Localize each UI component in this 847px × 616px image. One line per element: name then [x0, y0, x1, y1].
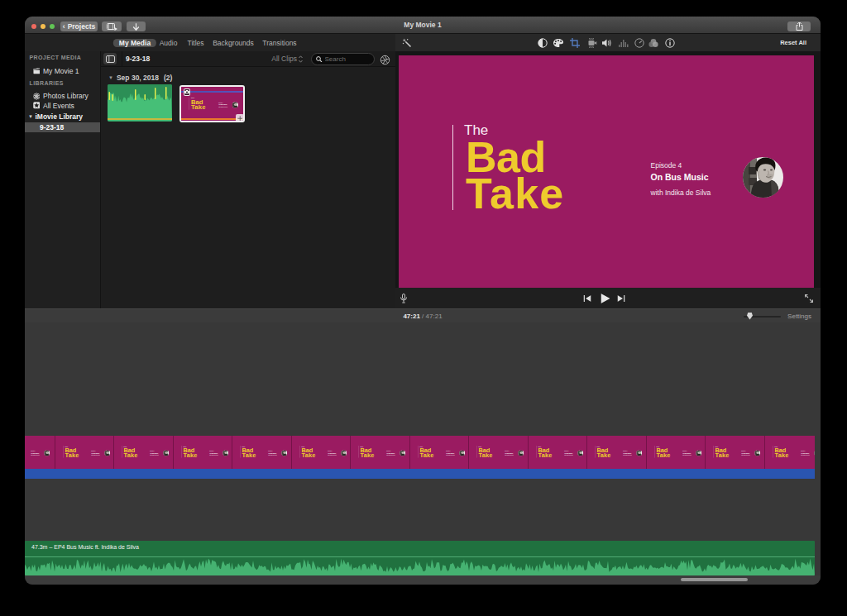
tab-my-media[interactable]: My Media: [113, 39, 156, 47]
previous-frame-button[interactable]: [584, 295, 591, 302]
timeline-music-clip[interactable]: 47.3m – EP4 Bus Music ft. Indika de Silv…: [25, 541, 815, 575]
clip-filter-dropdown[interactable]: All Clips: [271, 51, 303, 67]
sidebar-toggle-button[interactable]: [103, 53, 117, 64]
timeline-area[interactable]: The BadTake Episode 4 On Bus Music with …: [25, 322, 821, 575]
browser-toolbar: 9-23-18 All Clips: [101, 51, 396, 67]
slide-byline: with Indika de Silva: [682, 455, 691, 456]
timecode-current: 47:21: [403, 313, 419, 320]
slide-title: BadTake: [715, 447, 730, 458]
title-slide: The BadTake Episode 4 On Bus Music with …: [399, 55, 814, 288]
disclosure-triangle-icon[interactable]: ▼: [28, 114, 33, 119]
title-slide: The BadTake Episode 4 On Bus Music with …: [410, 436, 469, 469]
slide-title: BadTake: [774, 447, 788, 458]
music-waveform: [25, 541, 815, 575]
slide-title: BadTake: [65, 447, 79, 458]
crop-button-active[interactable]: [570, 38, 580, 48]
color-correction-button[interactable]: [553, 38, 564, 47]
video-clip-filmstrip: The BadTake Episode 4 On Bus Music with …: [25, 436, 815, 469]
clapperboard-glyph: [33, 68, 41, 74]
timecode-display: 47:21 / 47:21: [25, 309, 821, 323]
viewer-canvas-area: The BadTake Episode 4 On Bus Music with …: [395, 51, 821, 288]
viewer-panel: Reset All The BadTake Episode 4 On Bus M…: [395, 34, 821, 308]
slide-title: BadTake: [242, 447, 256, 458]
guest-avatar: [44, 450, 50, 456]
slide-byline: with Indika de Silva: [801, 455, 809, 456]
aperture-settings-icon: [380, 55, 390, 65]
music-volume-line[interactable]: [25, 556, 815, 557]
video-preview: The BadTake Episode 4 On Bus Music with …: [399, 55, 814, 288]
microphone-icon: [400, 294, 408, 303]
timeline-toolbar: 47:21 / 47:21 Settings: [25, 308, 821, 322]
title-slide: The BadTake Episode 4 On Bus Music with …: [174, 436, 232, 469]
media-tabs: My Media Audio Titles Backgrounds Transi…: [25, 34, 395, 51]
guest-avatar: [754, 450, 760, 456]
slide-byline: with Indika de Silva: [623, 455, 631, 456]
slide-episode-title: On Bus Music: [741, 452, 749, 454]
slide-title: BadTake: [479, 447, 493, 458]
browser-clip-video-selected[interactable]: The BadTake Episode 4 On Bus Music with …: [179, 85, 245, 122]
browser-event-title: 9-23-18: [126, 51, 150, 67]
noise-reduction-button[interactable]: [619, 39, 629, 47]
slide-episode-title: On Bus Music: [682, 452, 691, 454]
group-disclosure-triangle-icon[interactable]: ▼: [108, 75, 113, 80]
filmstrip-frame: The BadTake Episode 4 On Bus Music with …: [409, 436, 469, 469]
search-input[interactable]: [325, 55, 368, 63]
next-frame-button[interactable]: [618, 295, 625, 302]
filmstrip-frame: The BadTake Episode 4 On Bus Music with …: [646, 436, 706, 469]
browser-clip-audio[interactable]: [108, 84, 172, 122]
filmstrip-frame: The BadTake Episode 4 On Bus Music with …: [55, 436, 114, 469]
timeline-horizontal-scrollbar[interactable]: [681, 578, 748, 581]
filmstrip-frame: The BadTake Episode 4 On Bus Music with …: [528, 436, 587, 469]
color-palette-icon: [553, 38, 564, 47]
share-button[interactable]: [787, 21, 811, 31]
sidebar-item-photos-library[interactable]: Photos Library: [25, 91, 100, 101]
clip-info-button[interactable]: [665, 38, 675, 48]
play-button[interactable]: [601, 294, 610, 303]
slide-episode-title: On Bus Music: [386, 452, 395, 454]
browser-filter-settings-button[interactable]: [380, 54, 390, 69]
slide-title: BadTake: [538, 447, 552, 458]
sidebar-item-event-selected[interactable]: 9-23-18: [25, 122, 100, 132]
guest-avatar: [636, 450, 642, 456]
title-slide: The BadTake Episode 4 On Bus Music with …: [55, 436, 114, 469]
filmstrip-frame: The BadTake Episode 4 On Bus Music with …: [350, 436, 409, 469]
enhance-wand-button[interactable]: [402, 38, 412, 48]
group-count-label: (2): [164, 74, 172, 82]
clip-filter-button[interactable]: [648, 38, 658, 47]
imovie-window: ‹ Projects My Movie 1: [25, 17, 821, 585]
voiceover-mic-button[interactable]: [400, 294, 408, 303]
color-balance-button[interactable]: [538, 38, 548, 48]
tab-transitions[interactable]: Transitions: [257, 39, 301, 47]
slide-byline: with Indika de Silva: [505, 455, 513, 456]
tab-audio[interactable]: Audio: [155, 39, 183, 47]
guest-avatar: [341, 450, 347, 456]
stabilization-button[interactable]: [586, 38, 597, 48]
slide-title-line2: Take: [124, 452, 138, 459]
sidebar-item-my-movie[interactable]: My Movie 1: [25, 66, 100, 76]
search-field[interactable]: [311, 53, 375, 65]
add-to-timeline-button[interactable]: [236, 114, 244, 122]
sidebar-item-imovie-library[interactable]: ▼ iMovie Library: [25, 112, 100, 122]
slide-episode-number: Episode 4: [218, 103, 223, 103]
star-glyph: [33, 102, 41, 109]
tab-backgrounds[interactable]: Backgrounds: [208, 39, 259, 47]
clip-group-header[interactable]: ▼ Sep 30, 2018 (2): [108, 74, 172, 82]
photos-flower-icon: [33, 93, 41, 100]
sidebar-item-all-events[interactable]: All Events: [25, 101, 100, 111]
video-thumbnail: The BadTake Episode 4 On Bus Music with …: [181, 87, 243, 121]
guest-avatar: [223, 450, 228, 456]
flower-glyph: [33, 93, 41, 100]
reset-all-button[interactable]: Reset All: [780, 34, 806, 51]
volume-button[interactable]: [601, 38, 612, 47]
slide-title-line2: Take: [419, 452, 433, 459]
slide-title-line2: Take: [597, 452, 611, 459]
timeline-video-clip[interactable]: The BadTake Episode 4 On Bus Music with …: [25, 436, 815, 479]
speed-button[interactable]: [634, 38, 644, 48]
timeline-settings-button[interactable]: Settings: [787, 309, 811, 323]
tab-titles[interactable]: Titles: [183, 39, 209, 47]
slide-episode-title: On Bus Music: [150, 452, 158, 454]
sidebar-imovie-library-label: iMovie Library: [35, 112, 83, 121]
slide-byline: with Indika de Silva: [328, 455, 336, 456]
info-icon: [665, 38, 675, 48]
fullscreen-button[interactable]: [805, 294, 813, 303]
